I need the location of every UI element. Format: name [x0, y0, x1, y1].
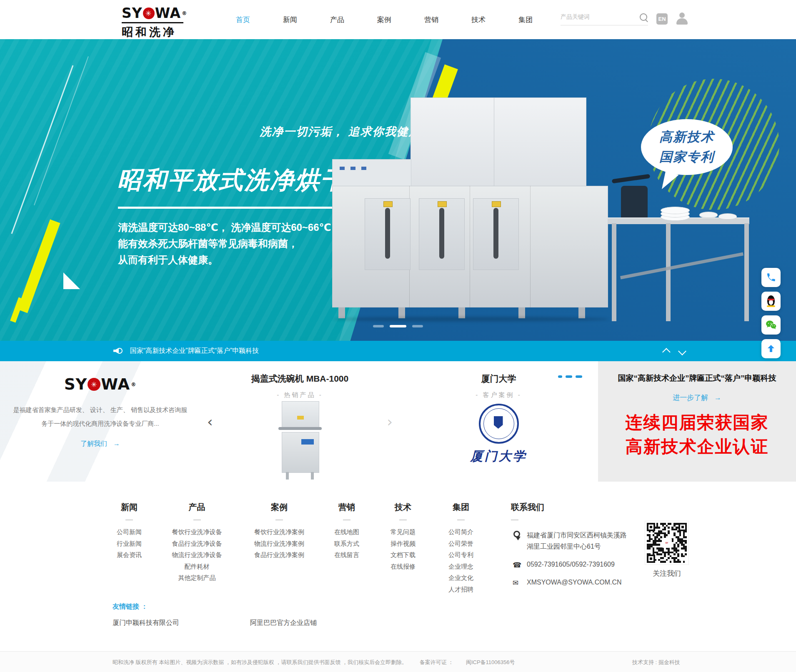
news-more-link[interactable]: 进一步了解 →: [598, 393, 796, 402]
friend-links-label: 友情链接 ：: [113, 602, 317, 611]
footer-link[interactable]: 食品行业洗净设备: [160, 538, 233, 550]
case-card-title[interactable]: 厦门大学: [399, 373, 598, 385]
friend-links: 厦门申颖科技有限公司 阿里巴巴官方企业店铺: [113, 619, 317, 627]
footer-col-dash: [457, 520, 465, 520]
footer-link[interactable]: 常见问题: [380, 526, 426, 538]
ticker-down-icon[interactable]: [678, 347, 686, 355]
friend-link-alibaba[interactable]: 阿里巴巴官方企业店铺: [250, 619, 317, 627]
nav-cases[interactable]: 案例: [377, 15, 392, 25]
footer-link[interactable]: 展会资讯: [104, 549, 154, 561]
footer-col-title[interactable]: 新闻: [104, 502, 154, 513]
qq-icon: [766, 295, 776, 307]
news-card-title[interactable]: 国家“高新技术企业”牌匾正式“落户”申颖科技: [598, 373, 796, 384]
hero-tagline: 洗净一切污垢， 追求你我健康: [260, 124, 421, 139]
user-icon[interactable]: [675, 12, 689, 26]
machine-label: [361, 167, 366, 170]
footer-link[interactable]: 餐饮行业洗净案例: [242, 526, 317, 538]
brand-subtitle: 昭和洗净: [122, 25, 188, 40]
machine-door: [473, 198, 519, 270]
search-icon[interactable]: [640, 13, 647, 21]
brand-logo[interactable]: SY ✳ WA ® 昭和洗净: [122, 5, 188, 40]
qr-block: SY 关注我们: [645, 521, 688, 578]
machine-foot: [338, 307, 345, 318]
qr-cell: [685, 561, 687, 563]
footer-link[interactable]: 公司荣誉: [436, 538, 486, 550]
machine-seam: [530, 186, 531, 307]
footer-col-dash: [343, 520, 350, 520]
footer-link[interactable]: 食品行业洗净案例: [242, 549, 317, 561]
footer-col-title[interactable]: 技术: [380, 502, 426, 513]
footer-link[interactable]: 企业理念: [436, 561, 486, 572]
carousel-dot[interactable]: [412, 325, 423, 327]
bowl: [699, 212, 718, 218]
ticker-up-icon[interactable]: [662, 348, 671, 356]
ticker-headline[interactable]: 国家“高新技术企业”牌匾正式“落户”申颖科技: [130, 347, 259, 355]
qr-code: SY: [645, 521, 688, 565]
footer-col-dash: [125, 520, 133, 520]
nav-news[interactable]: 新闻: [283, 15, 298, 25]
carousel-dot[interactable]: [373, 325, 384, 327]
hero-banner: 洗净一切污垢， 追求你我健康 昭和平放式洗净烘干一体机 清洗温度可达80~88℃…: [0, 39, 796, 341]
language-en-button[interactable]: EN: [656, 13, 668, 25]
icp-number[interactable]: 闽ICP备11006356号: [466, 659, 515, 665]
logo-divider: [122, 22, 183, 23]
carousel-next-icon[interactable]: ›: [387, 415, 393, 429]
footer-link[interactable]: 在线报修: [380, 561, 426, 572]
footer-link[interactable]: 配件耗材: [160, 561, 233, 572]
table-leg: [666, 223, 671, 321]
hero-desc-line3: 从而有利于人体健康。: [118, 252, 331, 268]
back-to-top-button[interactable]: [761, 339, 781, 358]
nav-marketing[interactable]: 营销: [424, 15, 439, 25]
footer-link[interactable]: 人才招聘: [436, 584, 486, 595]
about-logo: SY ✳ WA ®: [0, 375, 200, 393]
footer-link[interactable]: 餐饮行业洗净设备: [160, 526, 233, 538]
footer-link[interactable]: 公司专利: [436, 549, 486, 561]
qr-finder: [647, 523, 655, 531]
footer-link[interactable]: 操作视频: [380, 538, 426, 550]
about-more-link[interactable]: 了解我们 →: [0, 440, 200, 448]
machine-shadow: [333, 317, 608, 322]
footer-col-title[interactable]: 集团: [436, 502, 486, 513]
footer-link[interactable]: 联系方式: [322, 538, 372, 550]
footer-link[interactable]: 企业文化: [436, 572, 486, 584]
dishwasher-image[interactable]: [282, 401, 318, 480]
tech-support-text[interactable]: 技术支持 : 掘金科技: [632, 659, 680, 666]
nav-products[interactable]: 产品: [330, 15, 345, 25]
up-arrow-icon: [766, 344, 776, 354]
footer-link[interactable]: 公司简介: [436, 526, 486, 538]
bowl: [718, 213, 737, 220]
about-desc-line2: 务于一体的现代化商用洗净设备专业厂商...: [0, 417, 200, 430]
footer-link[interactable]: 物流行业洗净案例: [242, 538, 317, 550]
carousel-prev-icon[interactable]: ‹: [207, 415, 213, 429]
nav-technology[interactable]: 技术: [471, 15, 486, 25]
footer-col-title[interactable]: 产品: [160, 502, 233, 513]
carousel-dash[interactable]: [566, 375, 572, 378]
footer-link[interactable]: 文档下载: [380, 549, 426, 561]
footer-link[interactable]: 其他定制产品: [160, 572, 233, 584]
nav-group[interactable]: 集团: [518, 15, 533, 25]
footer-link[interactable]: 公司新闻: [104, 526, 154, 538]
carousel-dot-active[interactable]: [390, 325, 406, 327]
carousel-dash[interactable]: [576, 375, 582, 378]
wechat-float-button[interactable]: [761, 315, 781, 335]
nav-home[interactable]: 首页: [235, 15, 250, 25]
footer-col-title[interactable]: 营销: [322, 502, 372, 513]
footer-col-title[interactable]: 案例: [242, 502, 317, 513]
search-input[interactable]: [561, 11, 631, 22]
contact-address: 福建省厦门市同安区西柯镇美溪路湖里工业园邻里中心61号: [527, 532, 627, 550]
copyright-text: 昭和洗净 版权所有 本站图片、视频为演示数据 ，如有涉及侵犯版权 ，请联系我们提…: [113, 659, 526, 666]
right-arrow-icon: →: [714, 394, 721, 402]
xiamen-university-seal: [479, 404, 519, 444]
footer-link[interactable]: 行业新闻: [104, 538, 154, 550]
footer-link[interactable]: 在线地图: [322, 526, 372, 538]
machine-seam: [470, 186, 470, 307]
qq-float-button[interactable]: [761, 292, 781, 311]
product-card-title[interactable]: 揭盖式洗碗机 MBA-1000: [200, 373, 399, 385]
phone-float-button[interactable]: [761, 268, 781, 287]
header: SY ✳ WA ® 昭和洗净 首页 新闻 产品 案例 营销 技术 集团 EN: [0, 0, 796, 39]
speaker-icon-body: [113, 348, 119, 354]
footer-link[interactable]: 物流行业洗净设备: [160, 549, 233, 561]
friend-link-shenying[interactable]: 厦门申颖科技有限公司: [113, 619, 179, 627]
footer-link[interactable]: 在线留言: [322, 549, 372, 561]
carousel-dash[interactable]: [558, 375, 562, 378]
